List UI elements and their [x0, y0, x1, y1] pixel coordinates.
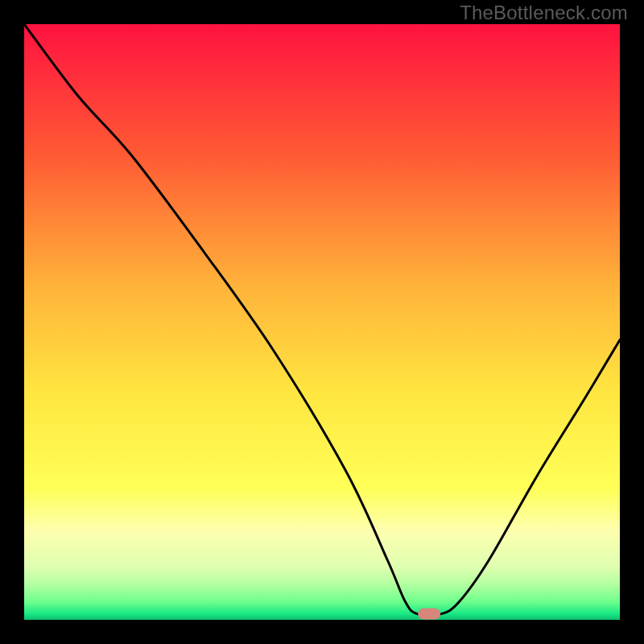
watermark-text: TheBottleneck.com: [460, 2, 628, 24]
chart-container: TheBottleneck.com: [0, 0, 644, 644]
chart-svg: [24, 24, 620, 620]
chart-background: [24, 24, 620, 620]
plot-area: [24, 24, 620, 620]
optimal-marker: [418, 609, 440, 620]
